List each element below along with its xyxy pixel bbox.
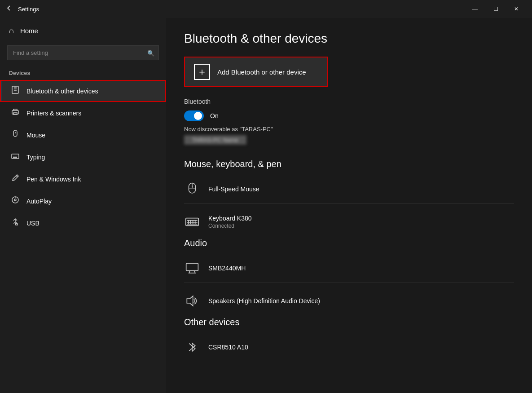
sidebar-item-mouse[interactable]: Mouse [0, 124, 166, 146]
svg-rect-35 [186, 263, 198, 271]
home-label: Home [20, 27, 38, 35]
sidebar-bluetooth-label: Bluetooth & other devices [26, 88, 98, 95]
discoverable-text: Now discoverable as "TARAS-PC" [184, 126, 514, 132]
maximize-button[interactable]: ☐ [485, 2, 506, 16]
device-item-mouse[interactable]: Full-Speed Mouse [184, 177, 514, 202]
sidebar-autoplay-label: AutoPlay [26, 198, 52, 205]
device-item-monitor[interactable]: SMB2440MH [184, 256, 514, 281]
monitor-device-name: SMB2440MH [208, 265, 246, 272]
svg-rect-4 [12, 110, 18, 114]
speakers-device-name: Speakers (High Definition Audio Device) [208, 297, 320, 305]
svg-point-16 [14, 199, 16, 201]
sidebar-printers-label: Printers & scanners [26, 110, 81, 117]
bluetooth-toggle[interactable] [184, 110, 204, 121]
bluetooth-section-label: Bluetooth [184, 98, 514, 105]
sidebar-item-usb[interactable]: USB [0, 212, 166, 234]
bluetooth-toggle-row: On [184, 110, 514, 121]
mouse-sidebar-icon [10, 129, 20, 141]
monitor-device-info: SMB2440MH [208, 265, 246, 272]
minimize-button[interactable]: — [465, 2, 485, 16]
svg-rect-5 [13, 113, 17, 115]
sidebar-pen-label: Pen & Windows Ink [26, 176, 81, 183]
usb-icon [10, 217, 20, 229]
bluetooth-sidebar-icon [10, 85, 20, 97]
divider-2 [184, 283, 514, 283]
devices-section-label: Devices [0, 67, 166, 80]
sidebar-item-home[interactable]: ⌂ Home [0, 18, 166, 44]
sidebar-item-pen[interactable]: Pen & Windows Ink [0, 168, 166, 190]
sidebar-item-printers[interactable]: Printers & scanners [0, 102, 166, 124]
toggle-label: On [210, 112, 219, 119]
divider-1 [184, 203, 514, 204]
speakers-device-info: Speakers (High Definition Audio Device) [208, 297, 320, 305]
main-layout: ⌂ Home 🔍 Devices Bluetooth & ot [0, 18, 532, 393]
printers-icon [10, 107, 20, 119]
close-button[interactable]: ✕ [506, 2, 527, 16]
typing-icon [10, 151, 20, 163]
add-device-label: Add Bluetooth or other device [217, 68, 306, 76]
speaker-device-icon [184, 293, 200, 309]
device-item-keyboard[interactable]: Keyboard K380 Connected [184, 209, 514, 234]
sidebar-item-bluetooth[interactable]: Bluetooth & other devices [0, 80, 166, 102]
svg-rect-22 [16, 224, 18, 225]
csr-device-name: CSR8510 A10 [208, 344, 248, 351]
mouse-device-info: Full-Speed Mouse [208, 185, 259, 193]
mouse-device-name: Full-Speed Mouse [208, 185, 259, 193]
pen-icon [10, 173, 20, 185]
search-input[interactable] [7, 45, 159, 60]
sidebar-item-typing[interactable]: Typing [0, 146, 166, 168]
home-icon: ⌂ [9, 26, 14, 35]
page-title: Bluetooth & other devices [184, 31, 514, 46]
toggle-knob [194, 112, 202, 120]
content-area: Bluetooth & other devices ＋ Add Bluetoot… [166, 18, 532, 393]
back-button[interactable] [5, 4, 13, 13]
sidebar: ⌂ Home 🔍 Devices Bluetooth & ot [0, 18, 166, 393]
app-title: Settings [18, 6, 465, 13]
svg-rect-8 [12, 154, 19, 159]
keyboard-device-icon [184, 214, 200, 230]
search-container: 🔍 [7, 45, 159, 60]
mouse-device-icon [184, 181, 200, 197]
discoverable-name-blurred: TARAS-PC Name [184, 135, 246, 145]
keyboard-device-info: Keyboard K380 Connected [208, 215, 252, 229]
search-icon: 🔍 [147, 49, 154, 56]
window-controls: — ☐ ✕ [465, 2, 527, 16]
sidebar-usb-label: USB [26, 220, 40, 227]
keyboard-device-status: Connected [208, 223, 252, 229]
mouse-keyboard-section-title: Mouse, keyboard, & pen [184, 159, 514, 169]
sidebar-mouse-label: Mouse [26, 132, 45, 139]
bluetooth-sidebar-wrapper: Bluetooth & other devices [0, 80, 166, 102]
svg-line-14 [16, 176, 18, 177]
device-item-speakers[interactable]: Speakers (High Definition Audio Device) [184, 288, 514, 314]
other-section-title: Other devices [184, 317, 514, 327]
csr-bluetooth-icon [184, 339, 200, 355]
add-device-plus-icon: ＋ [194, 64, 210, 80]
autoplay-icon [10, 195, 20, 207]
audio-section-title: Audio [184, 238, 514, 248]
svg-marker-39 [187, 296, 193, 306]
sidebar-typing-label: Typing [26, 154, 45, 161]
sidebar-item-autoplay[interactable]: AutoPlay [0, 190, 166, 212]
svg-point-15 [12, 197, 18, 203]
monitor-device-icon [184, 260, 200, 276]
keyboard-device-name: Keyboard K380 [208, 215, 252, 222]
add-device-button[interactable]: ＋ Add Bluetooth or other device [184, 57, 328, 87]
titlebar: Settings — ☐ ✕ [0, 0, 532, 18]
csr-device-info: CSR8510 A10 [208, 344, 248, 351]
device-item-csr[interactable]: CSR8510 A10 [184, 335, 514, 360]
